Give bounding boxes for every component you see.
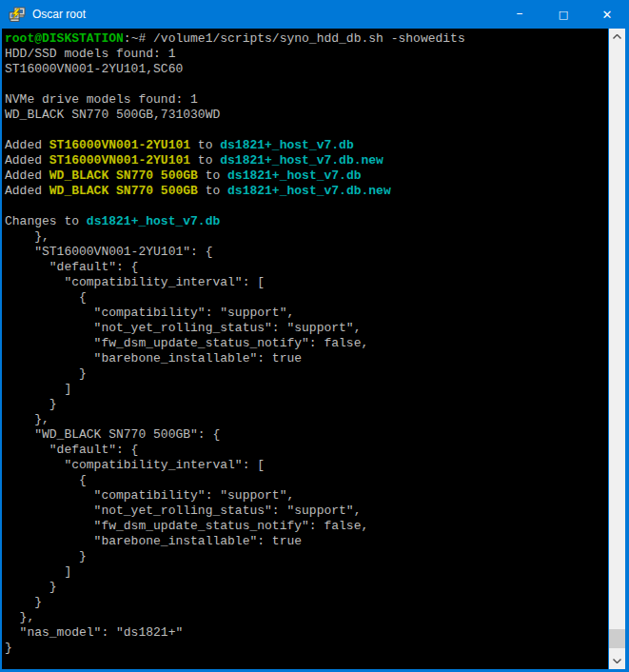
- terminal-line: }: [5, 641, 608, 656]
- terminal-line: "default": {: [5, 443, 608, 458]
- terminal-line: },: [5, 610, 608, 625]
- terminal-line: ]: [5, 382, 608, 397]
- terminal-line: {: [5, 290, 608, 306]
- terminal-line: }: [5, 397, 608, 412]
- terminal-output: root@DISKSTATION:~# /volume1/scripts/syn…: [2, 29, 608, 656]
- terminal-line: "compatibility_interval": [: [5, 458, 608, 473]
- terminal-line: },: [5, 412, 608, 427]
- caption-buttons: – □ ✕: [498, 0, 629, 29]
- terminal-line: }: [5, 595, 608, 610]
- terminal-line: NVMe drive models found: 1: [5, 92, 608, 108]
- terminal-line: "not_yet_rolling_status": "support",: [5, 504, 608, 519]
- putty-window: Oscar root – □ ✕ root@DISKSTATION:~# /vo…: [0, 0, 629, 672]
- terminal-line: [5, 199, 608, 214]
- terminal-line: "compatibility_interval": [: [5, 275, 608, 290]
- terminal-line: "ST16000VN001-2YU101": {: [5, 245, 608, 260]
- terminal-line: "WD_BLACK SN770 500GB": {: [5, 427, 608, 443]
- window-title: Oscar root: [32, 8, 498, 21]
- terminal-line: WD_BLACK SN770 500GB,731030WD: [5, 108, 608, 123]
- maximize-button[interactable]: □: [541, 0, 585, 29]
- terminal-line: {: [5, 473, 608, 488]
- terminal-line: Added ST16000VN001-2YU101 to ds1821+_hos…: [5, 138, 608, 153]
- terminal-line: "default": {: [5, 260, 608, 275]
- terminal-line: Added WD_BLACK SN770 500GB to ds1821+_ho…: [5, 168, 608, 184]
- terminal-line: }: [5, 366, 608, 382]
- scrollbar[interactable]: [609, 29, 625, 669]
- terminal-line: [5, 77, 608, 92]
- scrollbar-thumb[interactable]: [609, 629, 625, 648]
- scroll-up-arrow-icon[interactable]: [609, 29, 625, 45]
- terminal-line: "fw_dsm_update_status_notify": false,: [5, 336, 608, 351]
- terminal-line: "barebone_installable": true: [5, 534, 608, 549]
- terminal-line: }: [5, 549, 608, 564]
- terminal-line: "barebone_installable": true: [5, 351, 608, 366]
- minimize-button[interactable]: –: [498, 0, 541, 29]
- terminal-line: "not_yet_rolling_status": "support",: [5, 321, 608, 336]
- terminal-screen[interactable]: root@DISKSTATION:~# /volume1/scripts/syn…: [2, 29, 608, 669]
- title-bar[interactable]: Oscar root – □ ✕: [0, 0, 629, 29]
- terminal-line: }: [5, 580, 608, 595]
- terminal-line: HDD/SSD models found: 1: [5, 47, 608, 62]
- scroll-down-arrow-icon[interactable]: [609, 653, 625, 669]
- terminal-line: "compatibility": "support",: [5, 306, 608, 321]
- terminal-line: root@DISKSTATION:~# /volume1/scripts/syn…: [5, 31, 608, 47]
- terminal-line: "fw_dsm_update_status_notify": false,: [5, 519, 608, 534]
- terminal-line: Added ST16000VN001-2YU101 to ds1821+_hos…: [5, 153, 608, 168]
- terminal-line: ST16000VN001-2YU101,SC60: [5, 62, 608, 77]
- terminal-line: },: [5, 229, 608, 245]
- terminal-line: "compatibility": "support",: [5, 488, 608, 504]
- close-button[interactable]: ✕: [585, 0, 629, 29]
- terminal-line: ]: [5, 564, 608, 580]
- terminal-line: Changes to ds1821+_host_v7.db: [5, 214, 608, 229]
- putty-icon[interactable]: [9, 7, 26, 22]
- terminal-line: "nas_model": "ds1821+": [5, 625, 608, 641]
- terminal-line: [5, 123, 608, 138]
- terminal-line: Added WD_BLACK SN770 500GB to ds1821+_ho…: [5, 184, 608, 199]
